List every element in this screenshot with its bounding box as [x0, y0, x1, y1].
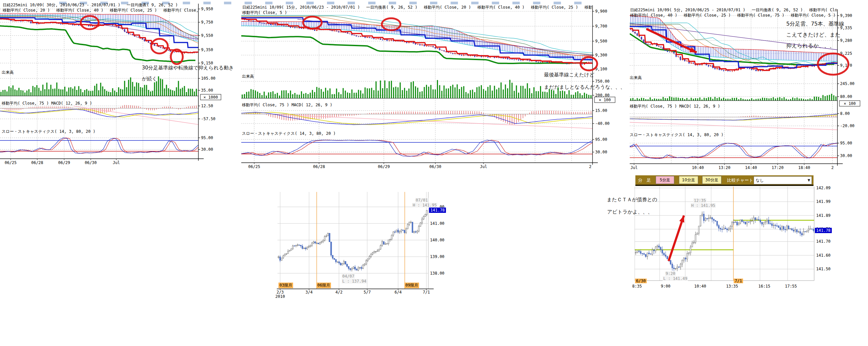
axis-tick-label: 141.99 — [816, 199, 831, 204]
chart-15min-volume-label: 出来高 — [242, 74, 254, 79]
axis-tick-label: 4/2 — [335, 290, 343, 295]
background-tab — [451, 2, 458, 4]
note-5min-line2: こえてきたけど、また — [786, 32, 840, 38]
background-tab — [389, 2, 396, 4]
compare-select[interactable]: なし ▼ — [754, 176, 812, 184]
chart-5min-stoch-label: スロー・ストキャスティクス( 14, 3, 80, 20 ) — [630, 132, 723, 138]
axis-tick-label: -20.00 — [840, 124, 855, 128]
intraday-date-badge-0630: 6/30 — [635, 279, 647, 283]
axis-tick-label: 9,350 — [201, 47, 213, 52]
axis-tick-label: 10:40 — [694, 284, 706, 288]
macd-pink-line — [73, 106, 198, 125]
axis-tick-label: 141.89 — [816, 213, 831, 218]
indicator-chart-c30: 9,9509,7509,5509,3509,150105.0035.00× 10… — [0, 4, 221, 165]
axis-tick-label: 5/7 — [364, 290, 371, 295]
axis-tick-label: 9,900 — [595, 9, 607, 13]
background-tab — [492, 2, 499, 4]
axis-tick-label: 9,100 — [595, 67, 607, 71]
axis-tick-label: 95.00 — [595, 137, 607, 142]
daily-last-price-badge: 141.78 — [429, 208, 446, 213]
axis-tick-label: 18:40 — [798, 165, 810, 170]
axis-tick-label: 140.00 — [430, 238, 444, 242]
axis-tick-label: 35.00 — [201, 88, 213, 93]
intraday-chart: 8:359:0010:4013:3516:1517:55142.09141.99… — [632, 185, 831, 288]
axis-tick-label: 30.00 — [201, 147, 213, 152]
daily-low-value: L : 137.94 — [342, 279, 367, 284]
background-tab — [224, 2, 231, 4]
axis-tick-label: 8:35 — [632, 284, 642, 288]
contract-label-09: 09限月 — [404, 283, 419, 288]
axis-tick-label: 750.00 — [595, 79, 610, 84]
note-5min-line1: 5分足雲、75本、基準線 — [786, 21, 844, 28]
axis-tick-label: 06/25 — [5, 161, 17, 165]
axis-tick-label: 06/28 — [31, 161, 43, 165]
axis-tick-label: 9:00 — [661, 284, 671, 288]
chart-30min-ma-legend: 移動平均( Close, 20 ) 移動平均( Close, 40 ) 移動平均… — [3, 8, 198, 13]
button-5min[interactable]: 5分足 — [656, 176, 674, 184]
axis-tick-label: 9,280 — [840, 38, 852, 43]
compare-chart-label: 比較チャート — [727, 177, 753, 183]
axis-tick-label: 16:15 — [758, 284, 770, 288]
axis-tick-label: 2 — [589, 164, 591, 169]
background-tab — [368, 2, 375, 4]
axis-tick-label: 12.50 — [201, 104, 213, 108]
chart-15min-ma-legend: 移動平均( Close, 5 ) — [242, 10, 592, 15]
chart-15min-macd-label: 移動平均( Close, 75 ) MACD( 12, 26, 9 ) — [242, 102, 332, 108]
axis-tick-label: 06/29 — [378, 164, 390, 169]
intraday-high-value: H : 141.95 — [690, 203, 716, 208]
contract-label-06: 06限月 — [316, 283, 331, 288]
axis-tick-label: 06/28 — [313, 164, 325, 169]
chart-30min-title: 日経225mini 10/09( 30分, 2010/06/23 - 2010/… — [3, 2, 197, 8]
background-tab — [327, 2, 334, 4]
background-tab — [574, 2, 582, 4]
axis-tick-label: Jul — [113, 161, 120, 165]
macd-signal-yellow — [0, 109, 198, 117]
axis-tick-label: × 100 — [844, 101, 856, 106]
axis-tick-label: 9,550 — [201, 33, 213, 38]
axis-tick-label: × 1000 — [204, 95, 218, 100]
chart-15min-title: 日経225mini 10/09( 15分, 2010/06/23 - 2010/… — [242, 5, 592, 10]
axis-tick-label: 9,170 — [840, 63, 852, 68]
axis-tick-label: 06/30 — [85, 161, 97, 165]
background-tab — [286, 2, 293, 4]
background-tab — [471, 2, 478, 4]
stoch-d-red — [630, 143, 837, 159]
axis-tick-label: 95.00 — [840, 141, 852, 145]
background-tab — [513, 2, 520, 4]
axis-tick-label: 9,500 — [595, 39, 607, 43]
stoch-k-blue — [630, 143, 837, 159]
background-tab — [306, 2, 314, 4]
note-intraday-line1: またＣＴＡが債券との — [607, 197, 657, 203]
background-tab — [409, 2, 417, 4]
button-30min[interactable]: 30分足 — [702, 176, 721, 184]
daily-high-date: 07/01 — [415, 198, 428, 203]
axis-tick-label: 13:35 — [726, 284, 738, 288]
daily-low-date: 04/07 — [342, 274, 355, 279]
note-30min-line1: 30分足基準線や転換線で抑えられる動き — [142, 65, 234, 71]
axis-tick-label: 30.00 — [595, 150, 607, 154]
axis-tick-label: 06/30 — [429, 164, 441, 169]
axis-tick-label: 139.00 — [430, 254, 444, 259]
axis-tick-label: 142.09 — [816, 185, 831, 190]
chart-30min-volume-label: 出来高 — [2, 70, 13, 75]
axis-tick-label: 2010 — [276, 294, 285, 299]
axis-tick-label: 80.00 — [840, 94, 852, 99]
axis-tick-label: 17:55 — [785, 284, 797, 288]
axis-tick-label: 138.00 — [430, 271, 444, 276]
chart-5min-volume-label: 出来高 — [630, 75, 642, 81]
daily-high-value: H : 141.95 — [412, 203, 437, 208]
axis-tick-label: -57.50 — [201, 116, 215, 121]
axis-tick-label: 7/1 — [423, 290, 430, 295]
dropdown-arrow-icon: ▼ — [808, 177, 810, 184]
contract-label-03: 03限月 — [278, 283, 293, 288]
chart-5min-macd-label: 移動平均( Close, 75 ) MACD( 12, 26, 9 ) — [630, 104, 720, 109]
charts-svg: 9,9509,7509,5509,3509,150105.0035.00× 10… — [0, 0, 868, 346]
axis-tick-label: 06/29 — [58, 161, 70, 165]
note-15min-line2: まだだましとなるんだろうな、、、 — [544, 84, 625, 90]
background-tab — [245, 2, 252, 4]
axis-tick-label: 10:40 — [692, 165, 704, 170]
background-tab — [265, 2, 273, 4]
button-10min[interactable]: 10分足 — [679, 176, 698, 184]
axis-tick-label: 2 — [831, 165, 833, 170]
intraday-date-badge-0701: 7/1 — [734, 279, 743, 283]
